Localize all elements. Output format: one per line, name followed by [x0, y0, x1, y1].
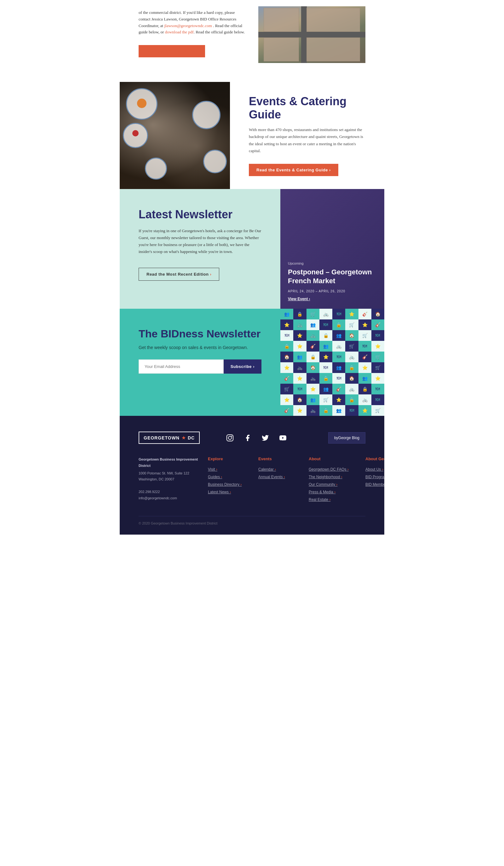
icon-cell: ⭐ — [293, 405, 306, 416]
footer-link-business-directory[interactable]: Business Directory — [208, 481, 252, 488]
email-link[interactable]: jlawson@georgetowndc.com — [164, 23, 212, 28]
footer-columns: Georgetown Business Improvement District… — [138, 456, 366, 503]
icon-cell: ⭐ — [358, 405, 371, 416]
instagram-icon[interactable] — [225, 433, 235, 443]
icon-cell: 🚲 — [306, 373, 320, 384]
icon-cell: 🏠 — [345, 330, 358, 341]
read-catering-guide-button[interactable]: Read the Events & Catering Guide — [249, 164, 338, 176]
icon-cell: 🍽 — [332, 309, 345, 320]
footer-address: Georgetown Business Improvement District… — [138, 456, 202, 501]
newsletter-event-panel: Upcoming Postponed – Georgetown French M… — [280, 189, 384, 309]
icon-cell: 🏠 — [280, 352, 293, 362]
icon-cell: ⭐ — [332, 395, 345, 405]
view-event-link[interactable]: View Event — [288, 297, 377, 301]
download-link[interactable]: download the pdf — [165, 30, 194, 34]
footer-link-latest-news[interactable]: Latest News — [208, 488, 252, 496]
catering-section: Events & Catering Guide With more than 4… — [120, 82, 384, 189]
icon-cell: 🔒 — [320, 405, 332, 416]
footer-link-real-estate[interactable]: Real Estate — [309, 496, 359, 503]
icon-cell: 🔒 — [320, 373, 332, 384]
youtube-icon[interactable] — [278, 433, 288, 443]
footer-link-bid-programs[interactable]: BID Programs & Publications — [366, 473, 384, 481]
icon-cell: 👥 — [306, 395, 320, 405]
footer-link-neighborhood[interactable]: The Neighborhood — [309, 473, 359, 481]
catering-image — [120, 82, 230, 189]
footer-link-calendar[interactable]: Calendar — [258, 466, 302, 473]
icon-cell: 🛒 — [280, 384, 293, 395]
icon-cell: ⭐ — [293, 373, 306, 384]
about-title: About — [309, 456, 359, 461]
icon-cell: ⭐ — [371, 373, 384, 384]
icon-cell: ⭐ — [371, 341, 384, 352]
footer-link-visit[interactable]: Visit — [208, 466, 252, 473]
logo-text-2: DC — [188, 435, 195, 441]
icon-cell: 🔒 — [345, 395, 358, 405]
catering-title: Events & Catering Guide — [249, 95, 366, 121]
street-address: 1000 Potomac St. NW, Suite 122 — [138, 471, 189, 475]
icon-cell: 🎸 — [280, 405, 293, 416]
footer-link-press-media[interactable]: Press & Media — [309, 488, 359, 496]
icon-cell: 🔒 — [320, 330, 332, 341]
footer-link-about-us[interactable]: About Us — [366, 466, 384, 473]
icon-cell: 🎸 — [358, 309, 371, 320]
icon-cell: ⭐ — [293, 341, 306, 352]
icon-cell: 🛒 — [320, 395, 332, 405]
copyright-text: © 2020 Georgetown Business Improvement D… — [138, 521, 366, 525]
icon-cell: ⭐ — [320, 352, 332, 362]
icon-cell: 👥 — [332, 362, 345, 373]
icon-cell: 🔒 — [306, 352, 320, 362]
logo-text-1: GEORGETOWN — [144, 435, 180, 441]
icon-cell: 🎸 — [332, 384, 345, 395]
icon-cell: 🍽 — [358, 341, 371, 352]
email-input[interactable] — [138, 359, 224, 374]
newsletter-left: Latest Newsletter If you're staying in o… — [120, 189, 280, 309]
svg-point-2 — [231, 436, 232, 437]
icon-cell: 🚲 — [293, 362, 306, 373]
icon-cell: 🏠 — [306, 362, 320, 373]
icon-cell: 🚲 — [332, 341, 345, 352]
read-official-guide-button[interactable]: Read the Official Guide — [138, 45, 205, 57]
official-guide-image — [258, 6, 366, 63]
footer-link-community[interactable]: Our Community — [309, 481, 359, 488]
footer-link-bid-members[interactable]: BID Member Resources — [366, 481, 384, 488]
subscribe-button[interactable]: Subscribe — [224, 359, 261, 374]
icon-cell: 🔒 — [345, 362, 358, 373]
footer-logo: GEORGETOWN ★ DC — [138, 432, 200, 444]
icon-cell: ⭐ — [345, 309, 358, 320]
icon-cell: 👥 — [293, 352, 306, 362]
about-bid-title: About Georgetown BID — [366, 456, 384, 461]
footer-events-column: Events Calendar Annual Events — [258, 456, 302, 503]
org-name: Georgetown Business Improvement District — [138, 456, 202, 469]
icon-cell: 🍽 — [320, 320, 332, 330]
twitter-icon[interactable] — [260, 433, 270, 443]
icon-cell: 🔒 — [280, 341, 293, 352]
footer-link-faqs[interactable]: Georgetown DC FAQs — [309, 466, 359, 473]
icon-cell: ⭐ — [306, 384, 320, 395]
icon-cell: 🚲 — [320, 309, 332, 320]
footer-link-annual-events[interactable]: Annual Events — [258, 473, 302, 481]
icon-cell: 🚲 — [293, 320, 306, 330]
svg-rect-0 — [227, 435, 233, 441]
icon-cell: 👥 — [358, 373, 371, 384]
catering-description: With more than 470 shops, restaurants an… — [249, 126, 366, 154]
read-newsletter-button[interactable]: Read the Most Recent Edition — [138, 268, 219, 281]
icon-cell: 🚲 — [306, 405, 320, 416]
footer-social — [225, 433, 288, 443]
icon-cell: 🚲 — [358, 395, 371, 405]
icon-cell: 🛒 — [358, 330, 371, 341]
icon-cell: 👥 — [306, 320, 320, 330]
icon-cell: ⭐ — [358, 320, 371, 330]
events-title: Events — [258, 456, 302, 461]
bygeorge-blog-button[interactable]: byGeorge Blog — [328, 432, 366, 444]
icon-cell: 🛒 — [306, 309, 320, 320]
facebook-icon[interactable] — [243, 433, 253, 443]
bidness-title: The BIDness Newsletter — [138, 327, 261, 340]
icon-cell: ⭐ — [293, 330, 306, 341]
newsletter-description: If you're staying in one of Georgetown's… — [138, 227, 261, 255]
icon-cell: 🛒 — [371, 405, 384, 416]
upcoming-label: Upcoming — [288, 262, 377, 265]
bidness-description: Get the weekly scoop on sales & events i… — [138, 345, 261, 350]
footer-link-guides[interactable]: Guides — [208, 473, 252, 481]
icon-cell: ⭐ — [280, 395, 293, 405]
icon-cell: 🔒 — [332, 320, 345, 330]
